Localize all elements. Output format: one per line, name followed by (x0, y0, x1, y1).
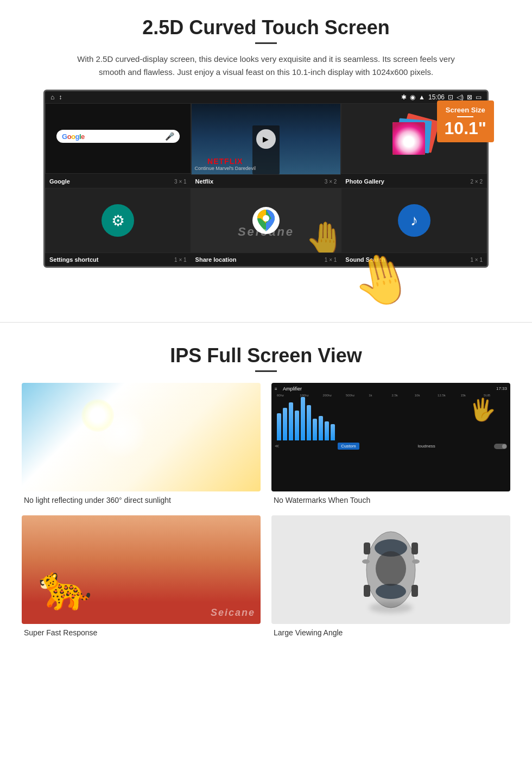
amp-title: Amplifier (283, 386, 302, 392)
eq-bar-0 (277, 413, 281, 440)
car-top-view-svg (342, 526, 440, 613)
usb-icon: ↕ (59, 93, 62, 101)
sunlight-caption: No light reflecting under 360° direct su… (22, 496, 261, 504)
eq-bar-1 (283, 408, 287, 440)
ips-item-amplifier: ≡ Amplifier 17:33 60hz 100hz 200hz 500hz (271, 383, 510, 504)
device-wrapper: Screen Size 10.1" ⌂ ↕ ✱ ◉ ▲ 15:06 ⊡ ◁) ⊠ (43, 90, 489, 295)
amp-bottom-controls: ≪ Custom loudness (275, 443, 507, 450)
amplifier-screen: ≡ Amplifier 17:33 60hz 100hz 200hz 500hz (271, 383, 510, 491)
app-label-netflix: Netflix 3 × 2 (191, 177, 341, 186)
badge-underline (457, 116, 473, 117)
google-app-size: 3 × 1 (174, 179, 187, 185)
section-divider (0, 322, 532, 323)
app-labels-row2: Settings shortcut 1 × 1 Share location 1… (45, 253, 487, 266)
device-screen: ⌂ ↕ ✱ ◉ ▲ 15:06 ⊡ ◁) ⊠ ▭ (43, 90, 489, 268)
settings-icon: ⚙ (102, 204, 134, 237)
google-mic-icon[interactable]: 🎤 (165, 132, 174, 141)
eq-bar-9 (331, 424, 335, 440)
cheetah-image: 🐆 Seicane (22, 515, 261, 624)
x-icon: ⊠ (467, 93, 472, 101)
volume-icon: ◁) (457, 93, 464, 101)
sunlight-image (22, 383, 261, 491)
screen-size-value: 10.1" (445, 119, 486, 137)
section2-underline (255, 370, 277, 372)
ips-item-car: Large Viewing Angle (271, 515, 510, 637)
svg-point-5 (376, 551, 406, 586)
app-cell-google[interactable]: Google 🎤 (45, 103, 191, 174)
eq-bar-8 (325, 421, 329, 440)
google-logo: Google (62, 133, 85, 141)
amplifier-image-box: ≡ Amplifier 17:33 60hz 100hz 200hz 500hz (271, 383, 510, 491)
svg-rect-9 (411, 542, 418, 554)
amp-right-status: 17:33 (496, 386, 507, 392)
netflix-play-button[interactable]: ▶ (256, 129, 276, 149)
car-shadow (369, 602, 413, 613)
hand-area: 🤚 (43, 268, 489, 295)
custom-button[interactable]: Custom (338, 443, 359, 450)
svg-point-7 (412, 559, 420, 564)
cheetah-silhouette: 🐆 (38, 562, 92, 613)
svg-point-6 (362, 559, 370, 564)
google-search-bar[interactable]: Google 🎤 (56, 130, 180, 143)
eq-bar-2 (289, 402, 293, 440)
svg-point-1 (263, 215, 269, 222)
car-caption: Large Viewing Angle (271, 628, 510, 637)
settings-app-name: Settings shortcut (49, 256, 98, 263)
settings-app-size: 1 × 1 (174, 257, 187, 263)
flower-image (392, 122, 425, 155)
eq-bar-5 (307, 405, 311, 440)
app-label-gallery: Photo Gallery 2 × 2 (341, 177, 487, 186)
netflix-subtitle: Continue Marvel's Daredevil (195, 166, 256, 171)
cheetah-image-box: 🐆 Seicane (22, 515, 261, 624)
status-time: 15:06 (428, 93, 445, 101)
netflix-thumbnail: ▶ NETFLIX Continue Marvel's Daredevil (192, 104, 341, 174)
sun-shape (81, 399, 114, 432)
bottom-label-share: Share location 1 × 1 (191, 255, 341, 264)
home-icon[interactable]: ⌂ (50, 93, 54, 101)
netflix-label: NETFLIX Continue Marvel's Daredevil (195, 157, 256, 171)
title-underline (255, 42, 277, 44)
car-image (271, 515, 510, 624)
photo-stack (392, 117, 436, 160)
status-bar: ⌂ ↕ ✱ ◉ ▲ 15:06 ⊡ ◁) ⊠ ▭ (45, 91, 487, 103)
status-left: ⌂ ↕ (50, 93, 62, 101)
app-cell-settings[interactable]: ⚙ (45, 188, 191, 253)
app-cell-netflix[interactable]: ▶ NETFLIX Continue Marvel's Daredevil (191, 103, 341, 175)
sound-app-size: 1 × 1 (470, 257, 483, 263)
eq-bars-container: 🖐 (275, 397, 507, 440)
app-cell-sound-search[interactable]: ♪ (341, 188, 487, 253)
google-app-name: Google (49, 178, 70, 185)
loudness-label: loudness (418, 444, 435, 449)
section1-title: 2.5D Curved Touch Screen (33, 16, 499, 39)
bluetooth-icon: ✱ (401, 93, 407, 101)
hand-touch-icon: 🤚 (305, 219, 341, 253)
svg-rect-10 (364, 585, 370, 597)
photo-card-3 (392, 122, 425, 155)
status-right: ✱ ◉ ▲ 15:06 ⊡ ◁) ⊠ ▭ (401, 93, 482, 101)
wifi-icon: ▲ (419, 93, 425, 101)
section-curved-screen: 2.5D Curved Touch Screen With 2.5D curve… (0, 0, 532, 306)
google-maps-icon (252, 207, 280, 234)
ips-item-sunlight: No light reflecting under 360° direct su… (22, 383, 261, 504)
share-app-size: 1 × 1 (325, 257, 337, 263)
amp-left-controls: ≡ Amplifier (275, 386, 302, 392)
amp-time: 17:33 (496, 386, 507, 391)
bottom-label-settings: Settings shortcut 1 × 1 (45, 255, 191, 264)
netflix-brand: NETFLIX (195, 157, 256, 166)
screen-size-badge: Screen Size 10.1" (437, 100, 494, 142)
section2-title: IPS Full Screen View (22, 344, 510, 367)
svg-point-4 (376, 584, 406, 599)
car-image-box (271, 515, 510, 624)
netflix-app-name: Netflix (195, 178, 214, 185)
app-labels-row1: Google 3 × 1 Netflix 3 × 2 Photo Gallery… (45, 175, 487, 188)
sound-search-icon: ♪ (398, 204, 430, 237)
app-grid-row2: ⚙ 🤚 ♪ (45, 188, 487, 253)
eq-bar-6 (313, 419, 317, 440)
share-app-name: Share location (195, 256, 237, 263)
gallery-app-name: Photo Gallery (345, 178, 384, 185)
amplifier-caption: No Watermarks When Touch (271, 496, 510, 504)
app-cell-share-location[interactable]: 🤚 (191, 188, 341, 253)
eq-bar-4 (301, 397, 305, 440)
loudness-toggle[interactable] (494, 444, 507, 449)
section-ips: IPS Full Screen View No light reflecting… (0, 339, 532, 653)
